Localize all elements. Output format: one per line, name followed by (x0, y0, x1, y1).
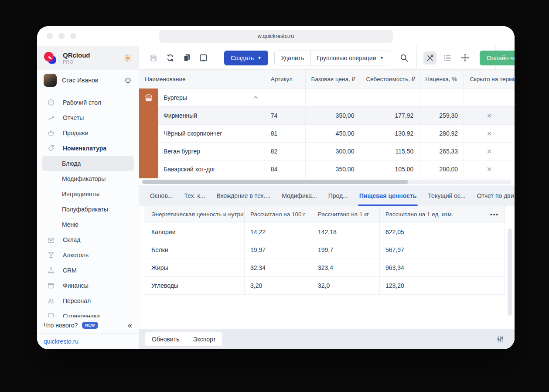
warehouse-icon (47, 235, 55, 244)
column-header[interactable]: Рассчитано на 1 кг (312, 206, 380, 223)
column-menu-icon[interactable]: ••• (490, 211, 499, 218)
whats-new-row[interactable]: Что нового? NEW « (37, 317, 139, 333)
copy-icon[interactable] (182, 53, 191, 63)
refresh-button[interactable]: Обновить (145, 332, 186, 346)
per-unit-cell: 567,97 (380, 241, 505, 259)
group-operations-button[interactable]: Групповые операции▼ (311, 51, 390, 65)
logout-power-icon[interactable] (124, 76, 132, 85)
sidebar-item[interactable]: Номенклатура (42, 140, 134, 156)
window-close-button[interactable] (47, 33, 53, 39)
column-header[interactable]: Базовая цена, ₽ (306, 70, 361, 88)
sku-cell: 82 (265, 143, 306, 160)
column-header[interactable]: Рассчитано на 100 г (245, 206, 312, 223)
sidebar-item[interactable]: Склад (42, 232, 134, 247)
save-icon (149, 53, 158, 63)
user-row[interactable]: Стас Иванов (37, 70, 139, 91)
sidebar-item[interactable]: Рабочий стол (42, 95, 134, 110)
sidebar-item[interactable]: Полуфабрикаты (42, 201, 134, 217)
terminal-icon[interactable] (198, 53, 208, 63)
avatar (44, 74, 57, 87)
window-minimize-button[interactable] (58, 33, 65, 39)
collapse-sidebar-icon[interactable]: « (128, 321, 132, 329)
column-header[interactable]: Скрыто на терминале (464, 70, 515, 88)
sidebar-item[interactable]: CRM (42, 262, 134, 278)
window-maximize-button[interactable] (70, 33, 76, 39)
move-icon[interactable] (458, 51, 471, 65)
sidebar-item[interactable]: Алкоголь (42, 247, 134, 262)
sidebar-item[interactable]: Продажи (42, 125, 134, 140)
group-row[interactable]: Бургеры (139, 89, 515, 107)
chevron-up-icon[interactable] (252, 94, 259, 101)
horizontal-scrollbar[interactable] (139, 178, 515, 185)
table-row[interactable]: Чёрный скорпиончег81450,00130,92280,92× (139, 125, 515, 143)
dishes-table-header: НаименованиеАртикулБазовая цена, ₽Себест… (139, 70, 515, 89)
dashboard-icon (47, 98, 55, 107)
nutrition-row[interactable]: Калории14,22142,18622,05 (144, 223, 505, 241)
column-header[interactable]: Рассчитано на 1 ед. изм.••• (380, 206, 505, 223)
list-icon[interactable] (441, 51, 454, 65)
tab[interactable]: Тех. к... (179, 185, 211, 206)
dishes-table: НаименованиеАртикулБазовая цена, ₽Себест… (139, 70, 515, 178)
filter-sliders-icon[interactable] (496, 335, 505, 344)
table-row[interactable]: Баварский хот-дог84350,00105,00280,00× (139, 160, 515, 178)
sidebar-item-label: Блюда (62, 160, 81, 167)
sku-cell: 84 (265, 160, 306, 178)
per-kg-cell: 199,7 (312, 241, 380, 259)
search-icon[interactable] (399, 53, 409, 63)
delete-button[interactable]: Удалить (275, 51, 310, 65)
nutrition-row[interactable]: Углеводы3,2032,0123,20 (144, 277, 505, 295)
cost-cell: 130,92 (360, 125, 419, 142)
site-link[interactable]: quickresto.ru (37, 333, 139, 349)
sidebar-item[interactable]: Модификаторы (42, 171, 134, 186)
column-header[interactable]: Энергетическая ценность и нутриенты (144, 206, 245, 223)
create-button[interactable]: Создать▼ (224, 51, 268, 65)
table-row[interactable]: Фирменный74350,00177,92259,30× (139, 107, 515, 125)
column-header[interactable]: Наименование (139, 70, 265, 88)
tab[interactable]: Прод... (323, 185, 354, 206)
nutrition-row[interactable]: Белки19,97199,7567,97 (144, 241, 505, 259)
sidebar-item-label: Алкоголь (63, 252, 89, 259)
main-content: Создать▼ Удалить Групповые операции▼ ? (139, 46, 515, 349)
tab[interactable]: Вхождение в тех.... (211, 185, 276, 206)
sidebar-item[interactable]: Меню (42, 217, 134, 232)
sidebar-item-label: Ингредиенты (62, 191, 99, 198)
scrollbar-thumb[interactable] (142, 180, 408, 184)
sidebar-item-label: Продажи (63, 130, 88, 136)
sidebar-item[interactable]: Финансы (42, 278, 134, 293)
panel-footer: Обновить Экспорт (139, 329, 515, 349)
window-controls[interactable] (47, 33, 76, 39)
hidden-on-terminal-toggle[interactable]: × (464, 160, 515, 178)
column-header[interactable]: Наценка, % (419, 70, 464, 88)
export-button[interactable]: Экспорт (186, 332, 222, 346)
tab[interactable]: Модифика... (276, 185, 323, 206)
hidden-on-terminal-toggle[interactable]: × (464, 107, 515, 124)
nutrition-row[interactable]: Жиры32,34323,4963,34 (144, 259, 505, 277)
sidebar-item-label: Склад (63, 236, 81, 243)
toolbar: Создать▼ Удалить Групповые операции▼ ? (139, 46, 515, 70)
tab[interactable]: Основ... (144, 185, 179, 206)
tab[interactable]: Отчет по дви... (471, 185, 515, 206)
online-chat-button[interactable]: Онлайн-чат (480, 51, 515, 65)
tools-icon[interactable] (423, 51, 436, 65)
sidebar-item[interactable]: Персонал (42, 293, 134, 308)
vertical-scrollbar[interactable] (508, 228, 512, 316)
nutrient-name-cell: Жиры (144, 259, 245, 276)
hidden-on-terminal-toggle[interactable]: × (464, 125, 515, 142)
sidebar-item[interactable]: Отчеты (42, 110, 134, 125)
sidebar: QRcloud PRO Стас Иванов Рабочий столОтче… (37, 46, 139, 349)
column-header[interactable]: Себестоимость, ₽ (360, 70, 419, 88)
sidebar-item[interactable]: Ингредиенты (42, 186, 134, 201)
per-kg-cell: 32,0 (312, 277, 380, 294)
address-bar[interactable]: w.quickresto.ru (159, 30, 393, 43)
cost-cell: 105,00 (360, 160, 419, 178)
tab[interactable]: Пищевая ценность (354, 185, 422, 206)
theme-sun-icon[interactable] (123, 54, 132, 62)
tab[interactable]: Текущий ос... (422, 185, 471, 206)
cost-cell: 115,50 (360, 143, 419, 160)
hidden-on-terminal-toggle[interactable]: × (464, 143, 515, 160)
group-name: Бургеры (164, 94, 187, 101)
table-row[interactable]: Веган бургер82300,00115,50265,33× (139, 143, 515, 160)
refresh-icon[interactable] (165, 53, 175, 63)
sidebar-item[interactable]: Блюда (42, 156, 134, 171)
column-header[interactable]: Артикул (265, 70, 306, 88)
